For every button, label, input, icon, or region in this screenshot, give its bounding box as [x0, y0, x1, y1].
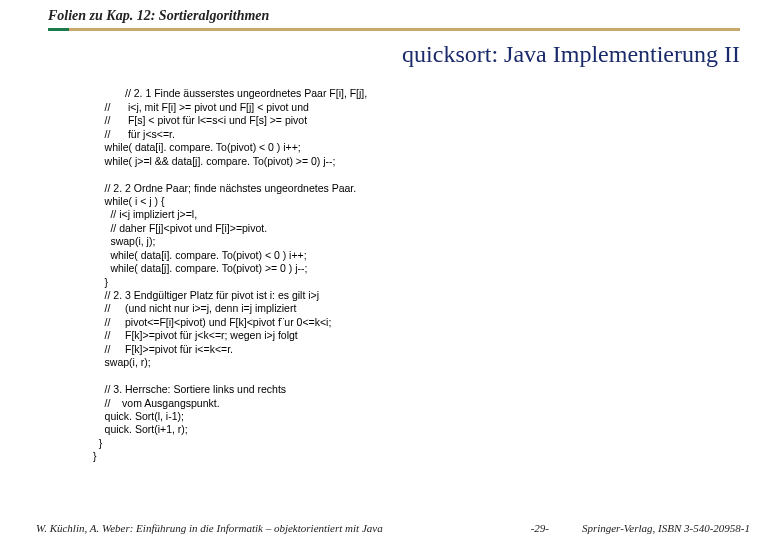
code-line: // pivot<=F[i]<pivot) und F[k]<pivot f¨u…: [90, 316, 331, 328]
code-line: while( i < j ) {: [90, 195, 164, 207]
code-line: // F[s] < pivot für l<=s<i und F[s] >= p…: [90, 114, 307, 126]
code-line: while( j>=l && data[j]. compare. To(pivo…: [90, 155, 336, 167]
slide-title: quicksort: Java Implementierung II: [0, 31, 780, 74]
code-line: // 2. 2 Ordne Paar; finde nächstes ungeo…: [90, 182, 356, 194]
code-line: // 2. 1 Finde äusserstes ungeordnetes Pa…: [90, 87, 367, 99]
code-line: quick. Sort(i+1, r);: [90, 423, 188, 435]
footer-page-number: -29-: [510, 522, 570, 534]
code-line: // daher F[j]<pivot und F[i]>=pivot.: [90, 222, 267, 234]
code-line: swap(i, j);: [90, 235, 155, 247]
code-block: // 2. 1 Finde äusserstes ungeordnetes Pa…: [0, 74, 780, 464]
code-line: // (und nicht nur i>=j, denn i=j implizi…: [90, 302, 296, 314]
code-line: // 3. Herrsche: Sortiere links und recht…: [90, 383, 286, 395]
code-line: // vom Ausgangspunkt.: [90, 397, 220, 409]
slide-footer: W. Küchlin, A. Weber: Einführung in die …: [0, 522, 780, 534]
code-line: // F[k]>=pivot für j<k<=r; wegen i>j fol…: [90, 329, 298, 341]
code-line: // F[k]>=pivot für i<=k<=r.: [90, 343, 233, 355]
code-line: // für j<s<=r.: [90, 128, 175, 140]
code-line: swap(i, r);: [90, 356, 151, 368]
code-line: // 2. 3 Endgültiger Platz für pivot ist …: [90, 289, 319, 301]
code-line: }: [90, 276, 108, 288]
code-line: }: [90, 450, 96, 462]
code-line: // i<j impliziert j>=l,: [90, 208, 197, 220]
code-line: while( data[i]. compare. To(pivot) < 0 )…: [90, 249, 307, 261]
code-line: // i<j, mit F[i] >= pivot und F[j] < piv…: [90, 101, 309, 113]
footer-authors: W. Küchlin, A. Weber: Einführung in die …: [36, 522, 510, 534]
code-line: quick. Sort(l, i-1);: [90, 410, 184, 422]
footer-publisher: Springer-Verlag, ISBN 3-540-20958-1: [570, 522, 750, 534]
code-line: }: [90, 437, 102, 449]
code-line: while( data[i]. compare. To(pivot) < 0 )…: [90, 141, 301, 153]
code-line: while( data[j]. compare. To(pivot) >= 0 …: [90, 262, 307, 274]
slide-header: Folien zu Kap. 12: Sortieralgorithmen: [0, 0, 780, 28]
